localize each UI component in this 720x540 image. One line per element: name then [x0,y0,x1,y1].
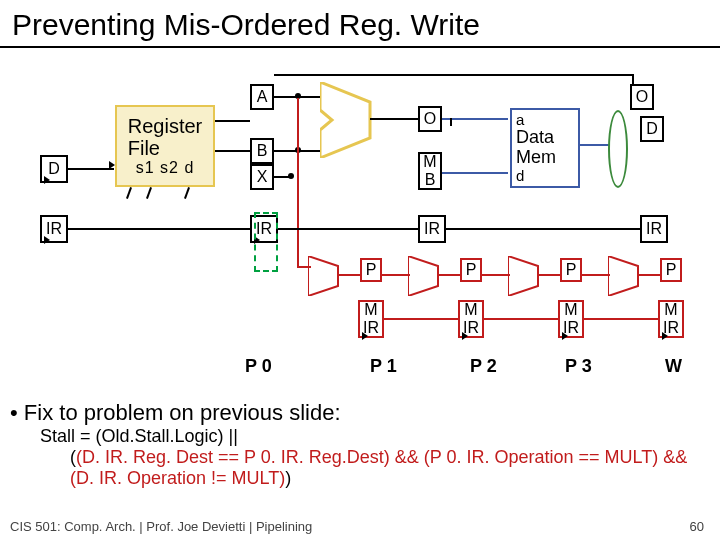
mult-stage-icon [508,256,546,296]
svg-marker-4 [608,256,638,296]
mult-stage-icon [308,256,346,296]
clk-tri-icon [562,332,568,340]
stage-p1: P 1 [370,356,397,377]
wire [68,168,114,170]
port-tick [184,187,190,199]
wire [297,266,311,268]
wire [215,120,250,122]
wire [442,172,508,174]
datamem-port-a: a [516,112,524,129]
page-number: 60 [690,519,704,534]
svg-marker-1 [308,256,338,296]
reg-o-top: O [630,84,654,110]
bullet-main: • Fix to problem on previous slide: [10,400,710,426]
clk-tri-icon [662,332,668,340]
wire [338,274,360,276]
slide-title: Preventing Mis-Ordered Reg. Write [0,0,720,48]
reg-mb: M B [418,152,442,190]
port-tick [146,187,152,199]
wire [68,228,250,230]
regfile-ports: s1 s2 d [136,159,195,177]
wire [438,274,460,276]
clk-tri-icon [44,176,50,184]
wire [450,118,452,126]
svg-marker-0 [320,82,370,158]
wire [484,318,558,320]
reg-p: P [660,258,682,282]
wire [215,150,250,152]
wire [274,74,634,76]
svg-marker-2 [408,256,438,296]
stage-w: W [665,356,682,377]
datamem-port-d: d [516,168,524,185]
data-mem: a Data Mem d [510,108,580,188]
register-file: RegisterFile s1 s2 d [115,105,215,187]
stage-p0: P 0 [245,356,272,377]
wire [582,274,610,276]
alu-icon [320,82,380,158]
mult-stage-icon [408,256,446,296]
wire [580,144,610,146]
wire [382,274,410,276]
wire [297,150,299,266]
reg-p: P [560,258,582,282]
bullet-line2: ((D. IR. Reg. Dest == P 0. IR. Reg.Dest)… [70,447,710,489]
footer: CIS 501: Comp. Arch. | Prof. Joe Deviett… [10,519,312,534]
wire [632,74,634,86]
clk-tri-icon [362,332,368,340]
mux-icon [608,110,628,188]
bullet-line1: Stall = (Old.Stall.Logic) || [40,426,710,447]
wire [538,274,560,276]
reg-b: B [250,138,274,164]
reg-x: X [250,164,274,190]
reg-o1: O [418,106,442,132]
wire [482,274,510,276]
datamem-label: Data Mem [516,128,556,168]
stage-p2: P 2 [470,356,497,377]
clk-tri-icon [462,332,468,340]
clk-tri-icon [44,236,50,244]
reg-p: P [360,258,382,282]
svg-marker-3 [508,256,538,296]
mult-stage-icon [608,256,646,296]
regfile-title: RegisterFile [128,115,202,159]
highlight-d-ir [254,212,278,272]
reg-d-right: D [640,116,664,142]
wire [638,274,660,276]
port-tick [126,187,132,199]
wire [384,318,458,320]
wire [278,228,418,230]
junction-dot-icon [288,173,294,179]
wire [584,318,658,320]
reg-a: A [250,84,274,110]
wire [446,228,640,230]
wire [370,118,418,120]
pipeline-diagram: D IR RegisterFile s1 s2 d A B X IR O M B… [0,60,720,400]
reg-ir-m: IR [418,215,446,243]
reg-p: P [460,258,482,282]
bullet-text: • Fix to problem on previous slide: Stal… [10,400,710,489]
stage-p3: P 3 [565,356,592,377]
reg-ir-right: IR [640,215,668,243]
